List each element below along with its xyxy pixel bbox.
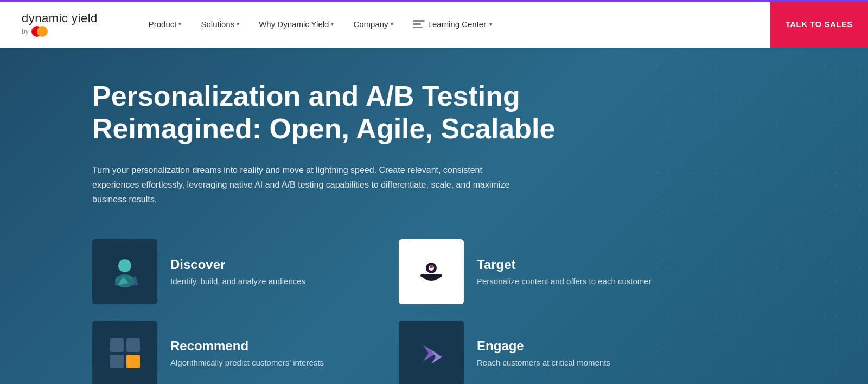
lc-bar-3: [413, 27, 423, 28]
svg-point-0: [118, 259, 131, 272]
nav-item-product[interactable]: Product ▾: [141, 15, 189, 33]
engage-name: Engage: [477, 338, 610, 354]
navbar: dynamic yield by Product ▾ Solutions ▾ W…: [0, 0, 868, 48]
hero-section: Personalization and A/B Testing Reimagin…: [0, 48, 868, 384]
chevron-down-icon-company: ▾: [391, 21, 393, 27]
nav-item-solutions[interactable]: Solutions ▾: [193, 15, 247, 33]
talk-to-sales-button[interactable]: TALK TO SALES: [770, 0, 868, 48]
feature-recommend: Recommend Algorithmically predict custom…: [92, 321, 382, 384]
learning-center-icon: [413, 19, 425, 29]
chevron-down-icon-learning-center: ▾: [489, 21, 492, 27]
discover-name: Discover: [170, 257, 305, 272]
nav-label-product: Product: [149, 20, 177, 29]
nav-item-company[interactable]: Company ▾: [346, 15, 400, 33]
svg-marker-13: [431, 350, 442, 364]
chevron-down-icon-solutions: ▾: [237, 21, 239, 27]
discover-description: Identify, build, and analyze audiences: [170, 276, 305, 287]
engage-icon-box: [399, 321, 464, 384]
svg-rect-8: [110, 338, 124, 352]
recommend-description: Algorithmically predict customers' inter…: [170, 357, 324, 368]
nav-label-learning-center: Learning Center: [428, 20, 487, 29]
lc-bar-1: [413, 20, 425, 22]
feature-target: Target Personalize content and offers to…: [399, 239, 689, 304]
recommend-icon-box: [92, 321, 157, 384]
engage-icon: [412, 334, 450, 372]
features-grid: Discover Identify, build, and analyze au…: [92, 239, 689, 384]
recommend-icon: [105, 333, 145, 374]
discover-text: Discover Identify, build, and analyze au…: [170, 257, 305, 287]
svg-rect-9: [126, 338, 140, 352]
svg-rect-11: [126, 355, 140, 368]
lc-bar-2: [413, 23, 421, 25]
nav-item-learning-center[interactable]: Learning Center ▾: [405, 15, 500, 33]
hero-title: Personalization and A/B Testing Reimagin…: [92, 80, 580, 145]
logo-area[interactable]: dynamic yield by: [22, 11, 98, 37]
discover-icon-box: [92, 239, 157, 304]
nav-label-company: Company: [353, 20, 388, 29]
target-icon: [412, 253, 450, 291]
target-name: Target: [477, 257, 652, 272]
recommend-name: Recommend: [170, 338, 324, 354]
svg-rect-10: [110, 355, 124, 368]
logo-by-mastercard: by: [22, 26, 48, 37]
nav-links: Product ▾ Solutions ▾ Why Dynamic Yield …: [141, 15, 846, 33]
chevron-down-icon-product: ▾: [178, 21, 181, 27]
chevron-down-icon-why-dy: ▾: [331, 21, 334, 27]
nav-label-why-dy: Why Dynamic Yield: [259, 20, 329, 29]
hero-subtitle: Turn your personalization dreams into re…: [92, 163, 515, 207]
svg-point-6: [430, 265, 433, 268]
engage-text: Engage Reach customers at critical momen…: [477, 338, 610, 368]
nav-label-solutions: Solutions: [201, 20, 234, 29]
top-accent-bar: [0, 0, 868, 2]
target-description: Personalize content and offers to each c…: [477, 276, 652, 287]
feature-discover: Discover Identify, build, and analyze au…: [92, 239, 382, 304]
discover-icon: [106, 253, 144, 291]
target-text: Target Personalize content and offers to…: [477, 257, 652, 287]
nav-item-why-dy[interactable]: Why Dynamic Yield ▾: [251, 15, 341, 33]
logo-text: dynamic yield: [22, 11, 98, 25]
svg-rect-7: [420, 274, 442, 277]
engage-description: Reach customers at critical moments: [477, 357, 610, 368]
mastercard-icon: [31, 26, 48, 37]
feature-engage: Engage Reach customers at critical momen…: [399, 321, 689, 384]
target-icon-box: [399, 239, 464, 304]
recommend-text: Recommend Algorithmically predict custom…: [170, 338, 324, 368]
mc-circle-right: [37, 26, 48, 37]
